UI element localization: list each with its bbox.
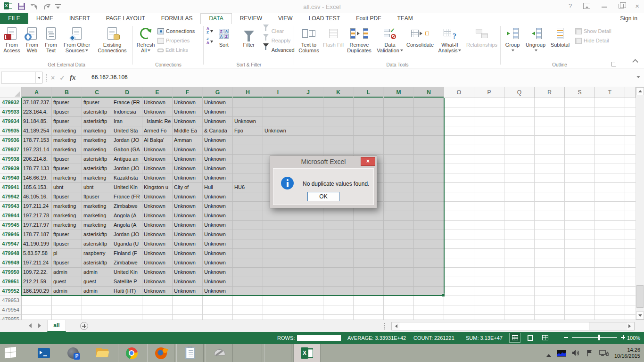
cell[interactable]	[384, 173, 414, 183]
horizontal-scrollbar[interactable]	[391, 322, 635, 330]
cell[interactable]	[354, 221, 384, 230]
cell[interactable]: ftpuser	[52, 98, 82, 107]
cell[interactable]: Unknown	[173, 98, 203, 107]
close-icon[interactable]: ×	[635, 3, 639, 9]
powershell-icon[interactable]	[30, 344, 58, 362]
cell[interactable]	[293, 268, 323, 277]
cell[interactable]: Jordan (JO	[112, 164, 142, 173]
zoom-out-icon[interactable]	[564, 337, 568, 338]
cell[interactable]	[595, 315, 625, 320]
cell[interactable]	[595, 98, 625, 107]
normal-view-icon[interactable]	[509, 333, 520, 343]
cell[interactable]	[233, 155, 263, 164]
cell[interactable]	[504, 192, 535, 202]
cell[interactable]	[142, 305, 173, 315]
row-header-479945[interactable]: 479945	[0, 221, 22, 230]
row-header-479944[interactable]: 479944	[0, 211, 22, 221]
cell[interactable]	[595, 287, 625, 296]
cell[interactable]: France (FR	[112, 192, 142, 202]
cell[interactable]	[293, 211, 323, 221]
cell[interactable]: marketing	[82, 221, 112, 230]
row-header-479947[interactable]: 479947	[0, 239, 22, 249]
cell[interactable]	[173, 296, 203, 305]
cell[interactable]	[203, 315, 233, 320]
cell[interactable]	[263, 315, 293, 320]
cell[interactable]: marketing	[52, 136, 82, 145]
cell[interactable]: Unknown	[173, 221, 203, 230]
cell[interactable]: Unknown	[203, 107, 233, 117]
cell[interactable]	[474, 277, 504, 287]
cell[interactable]	[414, 155, 444, 164]
cell[interactable]	[233, 98, 263, 107]
edit-links-button[interactable]: Edit Links	[157, 46, 195, 54]
cell[interactable]	[323, 136, 354, 145]
cell[interactable]: marketing	[52, 145, 82, 155]
cell[interactable]	[233, 192, 263, 202]
sort-button[interactable]: ZA AZ Sort	[214, 25, 234, 48]
cell[interactable]: Unknown	[203, 268, 233, 277]
cpu-meter-icon[interactable]	[557, 350, 566, 357]
row-header-479938[interactable]: 479938	[0, 155, 22, 164]
cell[interactable]: Unknown	[203, 239, 233, 249]
cell[interactable]	[474, 221, 504, 230]
cell[interactable]	[595, 202, 625, 211]
cell[interactable]	[474, 202, 504, 211]
cell[interactable]: Islamic Re	[142, 117, 173, 126]
cell[interactable]: 91.184.85.	[22, 117, 52, 126]
cell[interactable]: Unknown	[203, 164, 233, 173]
cell[interactable]	[565, 230, 595, 239]
cell[interactable]: ftpuser	[52, 239, 82, 249]
zoom-in-icon[interactable]	[621, 335, 625, 339]
cell[interactable]	[565, 305, 595, 315]
save-icon[interactable]	[18, 3, 25, 10]
zoom-level[interactable]: 100%	[627, 335, 640, 341]
cell[interactable]	[384, 211, 414, 221]
cell[interactable]	[504, 258, 535, 268]
cell[interactable]	[474, 98, 504, 107]
cell[interactable]: Unknown	[142, 145, 173, 155]
cell[interactable]: Zimbabwe	[112, 202, 142, 211]
cell[interactable]	[444, 268, 474, 277]
cell[interactable]: 197.217.78	[22, 211, 52, 221]
cell[interactable]	[535, 287, 565, 296]
cell[interactable]: 212.21.59.	[22, 277, 52, 287]
cell[interactable]	[444, 230, 474, 239]
cell[interactable]	[535, 230, 565, 239]
column-header-R[interactable]: R	[535, 87, 565, 98]
cell[interactable]	[444, 107, 474, 117]
cell[interactable]	[384, 296, 414, 305]
cell[interactable]	[263, 277, 293, 287]
cell[interactable]	[474, 287, 504, 296]
cell[interactable]: ftpuser	[82, 98, 112, 107]
cell[interactable]	[565, 98, 595, 107]
cell[interactable]: guest	[82, 277, 112, 287]
column-header-Q[interactable]: Q	[504, 87, 535, 98]
cell[interactable]	[384, 305, 414, 315]
cell[interactable]: ftpuser	[82, 192, 112, 202]
cell[interactable]: ftpuser	[52, 164, 82, 173]
cell[interactable]	[112, 315, 142, 320]
cell[interactable]: Unknown	[263, 126, 293, 136]
column-header-J[interactable]: J	[293, 87, 323, 98]
cell[interactable]	[504, 305, 535, 315]
cell[interactable]	[323, 145, 354, 155]
filter-button[interactable]: Filter	[238, 25, 260, 48]
cell[interactable]: Unknown	[173, 107, 203, 117]
cell[interactable]	[535, 107, 565, 117]
cell[interactable]	[535, 221, 565, 230]
row-header-479946[interactable]: 479946	[0, 230, 22, 239]
cell[interactable]	[233, 211, 263, 221]
cell[interactable]	[444, 315, 474, 320]
cell[interactable]	[384, 107, 414, 117]
cell[interactable]	[384, 145, 414, 155]
row-header-479949[interactable]: 479949	[0, 258, 22, 268]
cell[interactable]: Unknown	[203, 221, 233, 230]
cell[interactable]	[504, 249, 535, 258]
gray-tool-icon[interactable]	[206, 344, 233, 362]
column-header-F[interactable]: F	[173, 87, 203, 98]
cell[interactable]: asteriskftp	[82, 164, 112, 173]
cell[interactable]	[504, 107, 535, 117]
cell[interactable]	[263, 107, 293, 117]
cell[interactable]	[595, 230, 625, 239]
cell[interactable]	[233, 239, 263, 249]
